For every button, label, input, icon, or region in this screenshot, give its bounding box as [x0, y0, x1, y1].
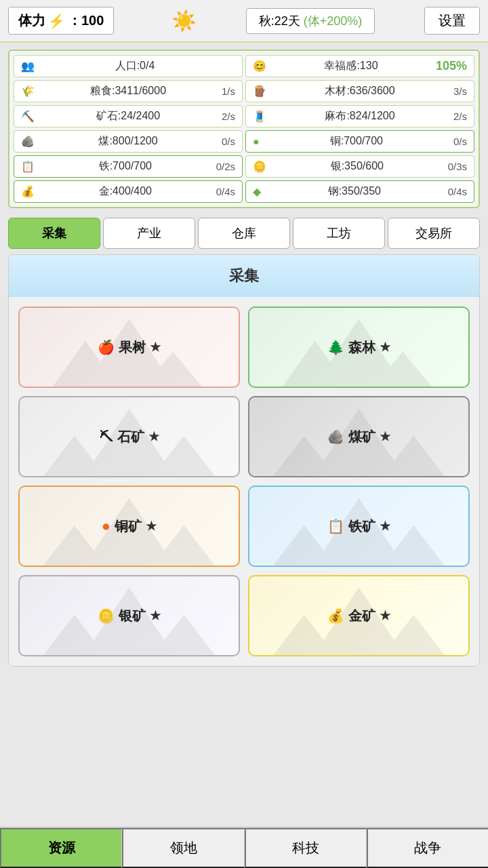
ore-stat: ⛏️ 矿石:24/2400 2/s	[14, 105, 243, 127]
card-fruit[interactable]: 🍎 果树 ★	[18, 307, 240, 388]
steel-rate: 0/4s	[448, 186, 467, 197]
coal-stat: 🪨 煤:800/1200 0/s	[14, 130, 243, 153]
season-text: 秋:22天	[259, 14, 300, 28]
card-silver-label: 🪙 银矿 ★	[98, 607, 161, 625]
tab-industry[interactable]: 产业	[103, 218, 195, 249]
sun-icon: ☀️	[171, 9, 197, 33]
wood-label: 木材:636/3600	[325, 84, 394, 98]
stamina-label: 体力	[18, 12, 45, 30]
card-gold-label: 💰 金矿 ★	[327, 607, 390, 625]
card-stone-label: ⛏ 石矿 ★	[100, 428, 159, 446]
stamina-value: 100	[81, 13, 104, 28]
copper-star: ★	[146, 519, 157, 534]
gold-stat: 💰 金:400/400 0/4s	[14, 180, 243, 203]
gold-card-icon: 💰	[327, 608, 344, 624]
silver-rate: 0/3s	[448, 161, 467, 172]
card-coal-label: 🪨 煤矿 ★	[327, 428, 390, 446]
coal-rate: 0/s	[222, 136, 235, 147]
steel-stat: ◆ 钢:350/350 0/4s	[245, 180, 474, 203]
wood-rate: 3/s	[453, 85, 467, 97]
tab-collect[interactable]: 采集	[8, 218, 100, 249]
card-silver[interactable]: 🪙 银矿 ★	[18, 575, 240, 656]
copper-card-icon: ●	[102, 517, 110, 535]
happiness-label: 幸福感:130	[324, 59, 378, 73]
steel-icon: ◆	[253, 185, 261, 198]
silver-stat: 🪙 银:350/600 0/3s	[245, 155, 474, 178]
ore-rate: 2/s	[222, 111, 235, 122]
stone-icon: ⛏	[100, 429, 113, 445]
card-coal[interactable]: 🪨 煤矿 ★	[248, 396, 470, 477]
tab-exchange[interactable]: 交易所	[388, 218, 480, 249]
iron-label: 铁:700/700	[99, 159, 152, 174]
silver-label: 银:350/600	[331, 159, 384, 174]
copper-icon: ●	[253, 136, 260, 148]
stone-star: ★	[148, 429, 159, 444]
season-box: 秋:22天 (体+200%)	[246, 8, 375, 34]
bottom-nav: 资源 领地 科技 战争	[0, 827, 488, 868]
fruit-star: ★	[150, 340, 161, 355]
cloth-icon: 🧵	[253, 110, 266, 123]
card-stone[interactable]: ⛏ 石矿 ★	[18, 396, 240, 477]
cloth-rate: 2/s	[453, 111, 467, 122]
population-stat: 👥 人口:0/4	[14, 55, 243, 77]
season-bonus: (体+200%)	[304, 14, 363, 28]
settings-button[interactable]: 设置	[424, 7, 480, 35]
ore-icon: ⛏️	[21, 110, 35, 123]
lightning-icon: ⚡	[48, 13, 65, 29]
iron-rate: 0/2s	[216, 161, 235, 172]
wood-icon: 🪵	[253, 85, 266, 98]
top-bar: 体力 ⚡ ： 100 ☀️ 秋:22天 (体+200%) 设置	[0, 0, 488, 43]
food-label: 粮食:3411/6000	[90, 84, 166, 98]
tab-bar: 采集 产业 仓库 工坊 交易所	[8, 218, 480, 249]
coal-icon: 🪨	[21, 135, 35, 148]
forest-icon: 🌲	[327, 339, 344, 355]
food-rate: 1/s	[222, 85, 235, 97]
nav-technology[interactable]: 科技	[245, 828, 367, 868]
stamina-separator: ：	[68, 12, 81, 30]
iron-stat: 📋 铁:700/700 0/2s	[14, 155, 243, 178]
card-forest-label: 🌲 森林 ★	[327, 338, 390, 357]
card-forest[interactable]: 🌲 森林 ★	[248, 307, 470, 388]
panel-header: 采集	[9, 255, 479, 297]
steel-label: 钢:350/350	[328, 184, 381, 199]
population-icon: 👥	[21, 60, 35, 73]
nav-territory[interactable]: 领地	[122, 828, 244, 868]
card-fruit-label: 🍎 果树 ★	[98, 338, 161, 357]
coal-label: 煤:800/1200	[98, 134, 157, 149]
silver-star: ★	[150, 608, 161, 623]
copper-rate: 0/s	[453, 136, 467, 147]
stamina-box: 体力 ⚡ ： 100	[8, 7, 114, 35]
cloth-stat: 🧵 麻布:824/1200 2/s	[245, 105, 474, 127]
card-gold[interactable]: 💰 金矿 ★	[248, 575, 470, 656]
iron-icon: 📋	[21, 160, 35, 173]
card-iron[interactable]: 📋 铁矿 ★	[248, 486, 470, 567]
nav-resources[interactable]: 资源	[0, 828, 122, 868]
gold-icon: 💰	[21, 185, 35, 198]
happiness-icon: 😊	[253, 60, 266, 73]
tab-warehouse[interactable]: 仓库	[198, 218, 290, 249]
ore-label: 矿石:24/2400	[96, 109, 160, 123]
card-copper[interactable]: ● 铜矿 ★	[18, 486, 240, 567]
main-panel: 采集 🍎 果树 ★ 🌲	[8, 254, 480, 667]
card-copper-label: ● 铜矿 ★	[102, 517, 157, 536]
silver-icon: 🪙	[253, 160, 266, 173]
tab-workshop[interactable]: 工坊	[293, 218, 385, 249]
gold-rate: 0/4s	[216, 186, 235, 197]
resource-grid: 🍎 果树 ★ 🌲 森林 ★	[9, 297, 479, 666]
silver-card-icon: 🪙	[98, 608, 115, 624]
copper-stat: ● 铜:700/700 0/s	[245, 130, 474, 153]
food-icon: 🌾	[21, 85, 35, 98]
food-stat: 🌾 粮食:3411/6000 1/s	[14, 80, 243, 102]
iron-card-icon: 📋	[327, 518, 344, 534]
coal-star: ★	[380, 429, 390, 444]
happiness-stat: 😊 幸福感:130 105%	[245, 55, 474, 77]
copper-label: 铜:700/700	[330, 134, 383, 149]
cloth-label: 麻布:824/1200	[325, 109, 394, 123]
population-label: 人口:0/4	[115, 59, 155, 73]
iron-star: ★	[380, 519, 390, 534]
fruit-icon: 🍎	[98, 339, 115, 355]
nav-war[interactable]: 战争	[367, 828, 488, 868]
card-iron-label: 📋 铁矿 ★	[327, 517, 390, 536]
stats-panel: 👥 人口:0/4 😊 幸福感:130 105% 🌾 粮食:3411/6000 1…	[8, 50, 480, 208]
gold-label: 金:400/400	[99, 184, 152, 199]
